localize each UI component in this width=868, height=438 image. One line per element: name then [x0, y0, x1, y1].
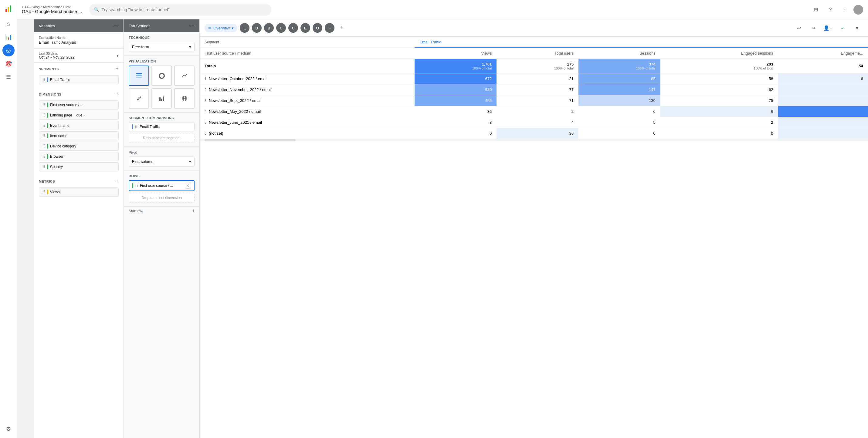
scatter-viz-button[interactable] — [129, 88, 149, 109]
nav-home-icon[interactable]: ⌂ — [2, 18, 14, 30]
metrics-section-header: METRICS + — [34, 175, 124, 186]
segment-comparisons-section: SEGMENT COMPARISONS ⠿ Email Traffic Drop… — [124, 112, 199, 147]
settings-minimize-button[interactable]: — — [190, 23, 194, 29]
add-metric-button[interactable]: + — [115, 178, 119, 184]
table-row: 6 (not set) 0 36 0 0 — [200, 128, 868, 139]
search-bar[interactable]: 🔍 — [89, 4, 271, 16]
user-circle-B[interactable]: B — [264, 23, 274, 33]
undo-button[interactable]: ↩ — [793, 22, 805, 34]
line-viz-button[interactable] — [174, 66, 194, 86]
date-section[interactable]: Last 30 days Oct 24 - Nov 22, 2022 ▾ — [34, 48, 124, 63]
drop-segment-label: Drop or select segment — [143, 136, 180, 140]
viz-grid — [129, 66, 194, 109]
logo-bars-icon — [5, 5, 11, 12]
dimension-browser[interactable]: ⠿ Browser — [39, 152, 119, 161]
technique-dropdown[interactable]: Free form ▾ — [129, 42, 194, 52]
variables-minimize-button[interactable]: — — [114, 23, 119, 29]
remove-row-button[interactable]: ✕ — [185, 182, 191, 189]
nav-explore-icon[interactable]: ◎ — [2, 44, 14, 57]
settings-dropdown-button[interactable]: ▾ — [851, 22, 863, 34]
user-circle-L[interactable]: L — [240, 23, 249, 33]
scrollbar-thumb[interactable] — [205, 139, 296, 141]
help-icon[interactable]: ? — [824, 4, 836, 16]
dimension-label: Item name — [50, 134, 67, 138]
dimension-event-name[interactable]: ⠿ Event name — [39, 121, 119, 130]
dimension-device-category[interactable]: ⠿ Device category — [39, 142, 119, 151]
drag-handle-icon: ⠿ — [135, 183, 138, 188]
add-segment-button[interactable]: + — [115, 66, 119, 72]
tab-actions: ↩ ↪ 👤+ ✓ ▾ — [793, 22, 863, 34]
segment-chip-email-traffic[interactable]: ⠿ Email Traffic — [39, 75, 119, 84]
segment-comparison-chip[interactable]: ⠿ Email Traffic — [129, 122, 194, 131]
dimension-item-name[interactable]: ⠿ Item name — [39, 131, 119, 140]
row-chip-first-user-source[interactable]: ⠿ First user source / ... ✕ — [129, 180, 194, 191]
svg-rect-11 — [163, 97, 164, 101]
app-title: GA4 - Google Merchandise Store GA4 - Goo… — [22, 5, 82, 14]
table-row: 1 Newsletter_October_2022 / email 672 21… — [200, 73, 868, 84]
engagement-col-header: Engageme... — [778, 47, 868, 59]
more-options-icon[interactable]: ⋮ — [839, 4, 851, 16]
visualization-section: VISUALIZATION — [124, 56, 199, 112]
metric-views[interactable]: ⠿ Views — [39, 188, 119, 197]
bar-viz-button[interactable] — [151, 88, 172, 109]
tab-settings-title: Tab Settings — [129, 24, 151, 28]
user-circle-C1[interactable]: C — [276, 23, 286, 33]
exploration-name: Email Traffic Analysis — [39, 40, 119, 44]
search-input[interactable] — [101, 7, 267, 12]
user-circle-E[interactable]: E — [301, 23, 310, 33]
nav-list-icon[interactable]: ☰ — [2, 71, 14, 83]
drag-handle-icon: ⠿ — [42, 133, 45, 138]
totals-engagement: 54 — [778, 59, 868, 73]
row-total-users: 21 — [497, 73, 579, 84]
row-engaged-sessions: 0 — [660, 128, 778, 139]
chevron-down-icon: ▾ — [231, 26, 234, 30]
tab-overview[interactable]: ✏ Overview ▾ — [205, 24, 237, 32]
add-tab-button[interactable]: + — [337, 23, 347, 33]
drop-dimension-label: Drop or select dimension — [142, 196, 182, 200]
row-views: 36 — [414, 106, 497, 117]
horizontal-scrollbar[interactable] — [200, 139, 868, 141]
nav-settings-icon[interactable]: ⚙ — [2, 423, 14, 435]
segments-list: ⠿ Email Traffic — [34, 74, 124, 88]
nav-chart-icon[interactable]: 📊 — [2, 31, 14, 43]
drop-dimension-zone[interactable]: Drop or select dimension — [129, 193, 194, 203]
user-circle-U[interactable]: U — [313, 23, 322, 33]
segments-title: SEGMENTS — [39, 67, 59, 71]
metric-color-bar — [47, 190, 48, 195]
dimension-landing-page[interactable]: ⠿ Landing page + que... — [39, 111, 119, 120]
redo-button[interactable]: ↪ — [807, 22, 819, 34]
table-row: 4 Newsletter_May_2022 / email 36 2 6 6 — [200, 106, 868, 117]
tab-bar: ✏ Overview ▾ L D B C C E U F + ↩ ↪ 👤+ ✓ … — [200, 20, 868, 37]
add-user-button[interactable]: 👤+ — [822, 22, 834, 34]
technique-value: Free form — [132, 44, 149, 49]
row-engagement — [778, 95, 868, 106]
top-bar-actions: ⊞ ? ⋮ — [810, 4, 863, 16]
row-engagement: 6 — [778, 73, 868, 84]
pivot-dropdown[interactable]: First column ▾ — [129, 157, 194, 167]
dimension-country[interactable]: ⠿ Country — [39, 162, 119, 171]
date-value: Oct 24 - Nov 22, 2022 — [39, 55, 74, 60]
dimensions-list: ⠿ First user source / ... ⠿ Landing page… — [34, 99, 124, 175]
line-chart-icon — [182, 73, 188, 79]
donut-viz-button[interactable] — [151, 66, 172, 86]
nav-target-icon[interactable]: 🎯 — [2, 58, 14, 70]
segment-comparisons-label: SEGMENT COMPARISONS — [129, 116, 194, 120]
add-dimension-button[interactable]: + — [115, 91, 119, 97]
engaged-sessions-col-header: Engaged sessions — [660, 47, 778, 59]
user-circle-C2[interactable]: C — [288, 23, 298, 33]
dimension-first-user-source[interactable]: ⠿ First user source / ... — [39, 100, 119, 109]
row-engagement — [778, 128, 868, 139]
grid-view-icon[interactable]: ⊞ — [810, 4, 822, 16]
globe-viz-button[interactable] — [174, 88, 194, 109]
avatar[interactable] — [854, 5, 863, 14]
dimension-color-bar — [47, 154, 48, 159]
table-viz-button[interactable] — [129, 66, 149, 86]
start-row-value: 1 — [192, 209, 194, 213]
analytics-logo[interactable] — [2, 2, 14, 14]
user-circle-F[interactable]: F — [325, 23, 335, 33]
totals-views: 1,701 100% of total — [414, 59, 497, 73]
user-circle-D[interactable]: D — [252, 23, 261, 33]
date-label: Last 30 days — [39, 52, 74, 55]
drop-segment-zone[interactable]: Drop or select segment — [129, 133, 194, 143]
publish-button[interactable]: ✓ — [836, 22, 848, 34]
